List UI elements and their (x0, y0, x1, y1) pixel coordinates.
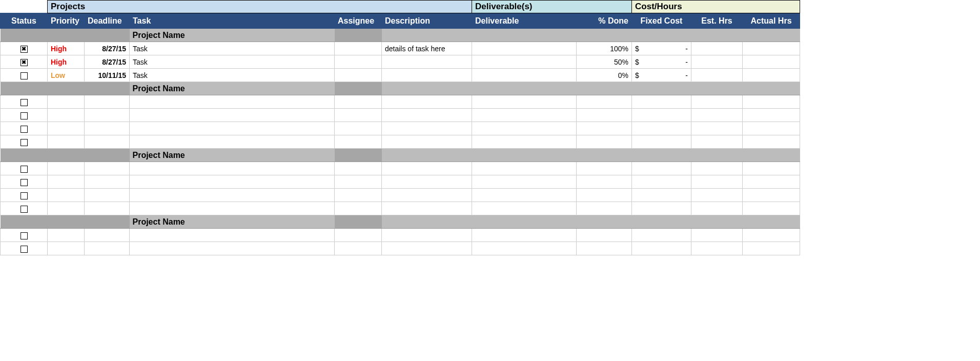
cell-fixed-cost[interactable] (632, 175, 691, 189)
cell-fixed-cost[interactable] (632, 135, 691, 149)
cell-assignee[interactable] (335, 229, 382, 242)
cell-est-hrs[interactable] (691, 109, 743, 122)
cell-priority[interactable] (48, 95, 85, 109)
cell-fixed-cost[interactable]: $- (632, 42, 691, 55)
cell-status[interactable] (1, 229, 48, 242)
cell-pct-done[interactable] (577, 162, 632, 175)
cell-deliverable[interactable] (472, 55, 577, 69)
cell-priority[interactable] (48, 242, 85, 255)
cell-fixed-cost[interactable] (632, 95, 691, 109)
cell-status[interactable] (1, 189, 48, 202)
cell-assignee[interactable] (335, 122, 382, 135)
cell-deadline[interactable] (85, 175, 130, 189)
cell-assignee[interactable] (335, 175, 382, 189)
cell-assignee[interactable] (335, 42, 382, 55)
cell-fixed-cost[interactable] (632, 202, 691, 215)
status-checkbox[interactable] (21, 166, 28, 173)
cell-deadline[interactable] (85, 109, 130, 122)
status-checkbox[interactable] (21, 112, 28, 119)
cell-deliverable[interactable] (472, 135, 577, 149)
cell-pct-done[interactable]: 100% (577, 42, 632, 55)
cell-priority[interactable] (48, 229, 85, 242)
cell-description[interactable] (382, 135, 472, 149)
cell-priority[interactable] (48, 109, 85, 122)
cell-deliverable[interactable] (472, 69, 577, 82)
cell-priority[interactable] (48, 135, 85, 149)
cell-assignee[interactable] (335, 109, 382, 122)
cell-actual-hrs[interactable] (743, 135, 800, 149)
cell-description[interactable] (382, 242, 472, 255)
status-checkbox[interactable] (21, 192, 28, 199)
cell-status[interactable] (1, 55, 48, 69)
cell-deadline[interactable]: 8/27/15 (85, 55, 130, 69)
cell-task[interactable]: Task (130, 55, 335, 69)
cell-priority[interactable] (48, 189, 85, 202)
cell-assignee[interactable] (335, 135, 382, 149)
cell-deadline[interactable]: 8/27/15 (85, 42, 130, 55)
cell-priority[interactable]: High (48, 55, 85, 69)
cell-pct-done[interactable] (577, 189, 632, 202)
cell-assignee[interactable] (335, 202, 382, 215)
cell-fixed-cost[interactable] (632, 122, 691, 135)
cell-status[interactable] (1, 42, 48, 55)
cell-priority[interactable]: Low (48, 69, 85, 82)
cell-actual-hrs[interactable] (743, 202, 800, 215)
cell-deadline[interactable]: 10/11/15 (85, 69, 130, 82)
cell-deadline[interactable] (85, 202, 130, 215)
status-checkbox[interactable] (21, 206, 28, 213)
cell-deliverable[interactable] (472, 202, 577, 215)
status-checkbox[interactable] (21, 246, 28, 253)
cell-pct-done[interactable] (577, 95, 632, 109)
cell-assignee[interactable] (335, 189, 382, 202)
status-checkbox[interactable] (21, 139, 28, 146)
cell-task[interactable] (130, 95, 335, 109)
status-checkbox[interactable] (21, 126, 28, 133)
cell-description[interactable] (382, 122, 472, 135)
cell-deadline[interactable] (85, 162, 130, 175)
cell-task[interactable] (130, 175, 335, 189)
status-checkbox[interactable] (21, 59, 28, 66)
cell-deadline[interactable] (85, 242, 130, 255)
cell-est-hrs[interactable] (691, 242, 743, 255)
cell-description[interactable] (382, 69, 472, 82)
cell-description[interactable] (382, 109, 472, 122)
cell-description[interactable] (382, 95, 472, 109)
cell-status[interactable] (1, 175, 48, 189)
cell-actual-hrs[interactable] (743, 55, 800, 69)
cell-deliverable[interactable] (472, 95, 577, 109)
cell-est-hrs[interactable] (691, 202, 743, 215)
cell-priority[interactable] (48, 162, 85, 175)
cell-fixed-cost[interactable]: $- (632, 69, 691, 82)
cell-description[interactable] (382, 55, 472, 69)
cell-est-hrs[interactable] (691, 229, 743, 242)
cell-deliverable[interactable] (472, 162, 577, 175)
cell-task[interactable] (130, 229, 335, 242)
cell-deliverable[interactable] (472, 229, 577, 242)
cell-status[interactable] (1, 202, 48, 215)
cell-pct-done[interactable] (577, 175, 632, 189)
cell-assignee[interactable] (335, 95, 382, 109)
cell-task[interactable] (130, 242, 335, 255)
cell-deliverable[interactable] (472, 109, 577, 122)
cell-est-hrs[interactable] (691, 42, 743, 55)
cell-actual-hrs[interactable] (743, 242, 800, 255)
cell-deliverable[interactable] (472, 122, 577, 135)
cell-task[interactable] (130, 162, 335, 175)
cell-est-hrs[interactable] (691, 135, 743, 149)
cell-assignee[interactable] (335, 55, 382, 69)
cell-task[interactable] (130, 109, 335, 122)
cell-deadline[interactable] (85, 135, 130, 149)
cell-actual-hrs[interactable] (743, 122, 800, 135)
cell-deadline[interactable] (85, 122, 130, 135)
cell-fixed-cost[interactable] (632, 229, 691, 242)
cell-fixed-cost[interactable] (632, 189, 691, 202)
cell-actual-hrs[interactable] (743, 229, 800, 242)
cell-priority[interactable] (48, 122, 85, 135)
cell-fixed-cost[interactable]: $- (632, 55, 691, 69)
cell-deliverable[interactable] (472, 42, 577, 55)
cell-priority[interactable]: High (48, 42, 85, 55)
cell-description[interactable] (382, 189, 472, 202)
cell-actual-hrs[interactable] (743, 42, 800, 55)
status-checkbox[interactable] (21, 99, 28, 106)
status-checkbox[interactable] (21, 179, 28, 186)
